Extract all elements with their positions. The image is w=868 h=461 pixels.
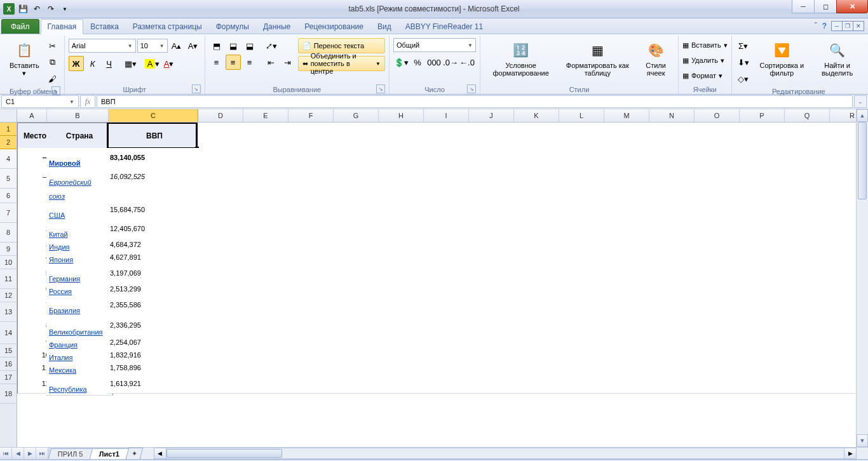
cell[interactable] (285, 295, 336, 315)
cell[interactable] (285, 314, 336, 337)
decrease-decimal-button[interactable]: ←.0 (459, 55, 475, 70)
cell[interactable] (419, 361, 469, 375)
cell[interactable] (374, 349, 424, 362)
bold-button[interactable]: Ж (69, 56, 84, 71)
row-header-15[interactable]: 15 (0, 344, 17, 357)
sheet-nav-last[interactable]: ⏭ (36, 448, 48, 459)
font-color-button[interactable]: A▾ (161, 56, 177, 71)
cell[interactable] (374, 283, 424, 296)
cell[interactable] (730, 349, 780, 362)
row-header-16[interactable]: 16 (0, 357, 17, 371)
cell[interactable] (330, 283, 380, 296)
format-painter-button[interactable]: 🖌 (45, 71, 60, 86)
align-right-button[interactable]: ≡ (242, 55, 257, 70)
row-header-6[interactable]: 6 (0, 189, 17, 203)
cell[interactable] (196, 361, 247, 375)
cell[interactable] (641, 361, 691, 375)
cell[interactable] (463, 349, 513, 362)
cell-C11[interactable]: 3,197,069 (107, 264, 202, 283)
cell-B18[interactable]: Республика (46, 374, 113, 396)
cell[interactable] (241, 251, 291, 264)
row-header-17[interactable]: 17 (0, 371, 17, 384)
cell[interactable] (641, 167, 691, 187)
cell[interactable] (686, 167, 736, 187)
cell[interactable] (508, 336, 558, 349)
workbook-restore-button[interactable]: ❐ (842, 21, 853, 31)
cell[interactable] (775, 167, 825, 187)
cell[interactable] (552, 295, 602, 315)
increase-font-button[interactable]: A▴ (169, 38, 184, 53)
cell[interactable] (730, 219, 780, 239)
cell[interactable] (775, 238, 825, 251)
currency-button[interactable]: 💲▾ (393, 55, 409, 70)
cell[interactable] (552, 251, 602, 264)
scroll-down-button[interactable]: ▼ (857, 434, 868, 447)
cell[interactable] (374, 295, 424, 315)
cell[interactable] (597, 264, 647, 283)
cell[interactable] (241, 295, 291, 315)
cell[interactable] (775, 349, 825, 362)
cell[interactable] (775, 295, 825, 315)
cell[interactable] (641, 238, 691, 251)
cell[interactable] (775, 283, 825, 296)
formula-expand-button[interactable]: ⌄ (854, 95, 867, 108)
cell[interactable] (641, 314, 691, 337)
conditional-formatting-button[interactable]: 🔢Условное форматирование (484, 38, 557, 79)
cell[interactable] (330, 361, 380, 375)
cell[interactable] (775, 148, 825, 168)
col-header-J[interactable]: J (469, 109, 514, 122)
cell[interactable] (686, 133, 736, 149)
cell[interactable] (285, 148, 336, 168)
fx-button[interactable]: fx (81, 97, 95, 107)
cell[interactable] (285, 283, 336, 296)
cell[interactable] (463, 200, 513, 220)
cell[interactable] (597, 186, 647, 201)
cell[interactable] (196, 148, 247, 168)
cell[interactable] (686, 200, 736, 220)
cell-C5[interactable]: 16,092,525 (107, 167, 202, 187)
cell[interactable] (552, 167, 602, 187)
font-name-combo[interactable]: Arial▼ (69, 39, 136, 53)
cell[interactable] (196, 314, 247, 337)
cell[interactable] (597, 219, 647, 239)
align-middle-button[interactable]: ⬓ (226, 38, 241, 53)
cell[interactable] (775, 374, 825, 394)
cell[interactable] (330, 349, 380, 362)
cell[interactable] (641, 295, 691, 315)
cell[interactable] (775, 200, 825, 220)
cell[interactable] (597, 123, 647, 133)
cell[interactable] (641, 336, 691, 349)
cell[interactable] (241, 374, 291, 394)
formula-input[interactable]: ВВП (97, 95, 853, 108)
cell[interactable] (374, 374, 424, 394)
cell[interactable] (241, 186, 291, 201)
cell[interactable] (641, 349, 691, 362)
scroll-up-button[interactable]: ▲ (857, 109, 868, 122)
cell[interactable] (775, 361, 825, 375)
cell[interactable] (463, 186, 513, 201)
align-bottom-button[interactable]: ⬓ (242, 38, 257, 53)
cell-C6[interactable] (107, 186, 202, 201)
cell[interactable] (641, 200, 691, 220)
cell[interactable] (552, 133, 602, 149)
cell[interactable] (374, 133, 424, 149)
number-launcher-icon[interactable]: ↘ (467, 84, 476, 93)
copy-button[interactable]: ⧉ (45, 55, 60, 70)
cell[interactable] (419, 264, 469, 283)
cell[interactable] (597, 200, 647, 220)
row-header-10[interactable]: 10 (0, 256, 17, 269)
row-header-7[interactable]: 7 (0, 203, 17, 223)
cell[interactable] (730, 336, 780, 349)
cell[interactable] (597, 361, 647, 375)
cell[interactable] (330, 133, 380, 149)
cell-B7[interactable]: США (46, 200, 113, 222)
cell[interactable] (686, 295, 736, 315)
col-header-Q[interactable]: Q (785, 109, 830, 122)
cell[interactable] (775, 123, 825, 133)
cell[interactable] (463, 238, 513, 251)
cell[interactable] (641, 283, 691, 296)
sort-filter-button[interactable]: 🔽Сортировка и фильтр (754, 38, 810, 79)
cell[interactable] (686, 251, 736, 264)
increase-decimal-button[interactable]: .0→ (443, 55, 458, 70)
cell[interactable] (285, 251, 336, 264)
